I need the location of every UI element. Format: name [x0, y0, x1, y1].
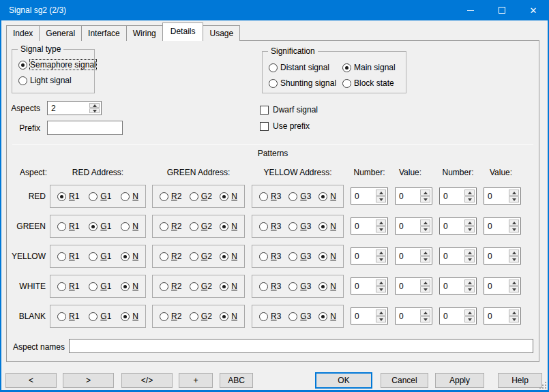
apply-button[interactable]: Apply: [435, 373, 484, 388]
spin-up-button[interactable]: [509, 280, 519, 286]
help-button[interactable]: Help: [498, 373, 542, 388]
radio-signal-type-semaphore-signal[interactable]: Semaphore signal: [18, 60, 96, 70]
spinner-blank-4[interactable]: 0: [484, 307, 521, 325]
checkbox-dwarf-signal[interactable]: Dwarf signal: [260, 105, 318, 115]
radio-green-g3-r3[interactable]: R3: [259, 222, 281, 231]
radio-signification-distant-signal[interactable]: Distant signal: [269, 63, 342, 72]
spinner-blank-3[interactable]: 0: [439, 307, 477, 325]
radio-green-g1-g1[interactable]: G1: [89, 222, 111, 231]
radio-blank-g1-n[interactable]: N: [121, 312, 138, 321]
spinner-red-3[interactable]: 0: [439, 187, 477, 205]
radio-white-g3-r3[interactable]: R3: [259, 282, 281, 291]
spin-down-button[interactable]: [509, 256, 519, 262]
spin-up-button[interactable]: [420, 190, 430, 196]
prefix-field[interactable]: [47, 121, 123, 135]
maximize-button[interactable]: [486, 0, 518, 20]
radio-blank-g3-g3[interactable]: G3: [288, 312, 311, 321]
radio-yellow-g1-n[interactable]: N: [121, 252, 138, 261]
spin-up-button[interactable]: [376, 310, 386, 316]
tab-index[interactable]: Index: [6, 25, 40, 41]
radio-yellow-g3-n[interactable]: N: [318, 252, 336, 261]
tab-interface[interactable]: Interface: [81, 25, 127, 41]
spin-up-button[interactable]: [464, 280, 475, 286]
spin-down-button[interactable]: [464, 226, 475, 232]
spin-up-button[interactable]: [464, 220, 475, 226]
spin-down-button[interactable]: [89, 108, 100, 113]
radio-red-g2-g2[interactable]: G2: [190, 192, 212, 201]
spin-up-button[interactable]: [376, 250, 386, 256]
nav-plus-button[interactable]: +: [179, 373, 213, 388]
radio-white-g3-g3[interactable]: G3: [288, 282, 311, 291]
radio-red-g3-n[interactable]: N: [318, 192, 336, 201]
spin-down-button[interactable]: [420, 226, 430, 232]
tab-wiring[interactable]: Wiring: [126, 25, 163, 41]
radio-yellow-g3-r3[interactable]: R3: [259, 252, 281, 261]
spinner-white-2[interactable]: 0: [395, 277, 432, 295]
radio-blank-g3-n[interactable]: N: [318, 312, 336, 321]
tab-usage[interactable]: Usage: [203, 25, 240, 41]
spinner-white-1[interactable]: 0: [351, 277, 388, 295]
radio-red-g3-g3[interactable]: G3: [288, 192, 311, 201]
nav-code-button[interactable]: </>: [121, 373, 173, 388]
radio-white-g1-r1[interactable]: R1: [57, 282, 79, 291]
spin-down-button[interactable]: [509, 286, 519, 292]
close-button[interactable]: ✕: [518, 0, 549, 20]
spinner-white-4[interactable]: 0: [484, 277, 521, 295]
spin-down-button[interactable]: [464, 286, 475, 292]
spinner-green-4[interactable]: 0: [484, 217, 521, 235]
radio-red-g3-r3[interactable]: R3: [259, 192, 281, 201]
spin-up-button[interactable]: [464, 310, 475, 316]
radio-signification-block-state[interactable]: Block state: [342, 78, 396, 88]
radio-blank-g1-g1[interactable]: G1: [89, 312, 111, 321]
spin-down-button[interactable]: [420, 286, 430, 292]
spinner-blank-2[interactable]: 0: [395, 307, 432, 325]
ok-button[interactable]: OK: [315, 372, 372, 389]
spin-down-button[interactable]: [509, 316, 519, 322]
spinner-white-3[interactable]: 0: [439, 277, 477, 295]
radio-green-g2-r2[interactable]: R2: [160, 222, 181, 231]
spin-down-button[interactable]: [464, 196, 475, 202]
radio-red-g1-g1[interactable]: G1: [89, 192, 111, 201]
resize-grip[interactable]: [539, 382, 546, 389]
spin-up-button[interactable]: [464, 190, 475, 196]
aspect-names-field[interactable]: [69, 339, 533, 353]
radio-blank-g2-r2[interactable]: R2: [160, 312, 181, 321]
spinner-red-1[interactable]: 0: [351, 187, 388, 205]
radio-red-g2-r2[interactable]: R2: [160, 192, 181, 201]
spin-up-button[interactable]: [420, 280, 430, 286]
spinner-green-1[interactable]: 0: [351, 217, 388, 235]
spin-up-button[interactable]: [509, 310, 519, 316]
radio-blank-g1-r1[interactable]: R1: [57, 312, 79, 321]
spin-down-button[interactable]: [464, 256, 475, 262]
radio-blank-g2-n[interactable]: N: [220, 312, 237, 321]
radio-yellow-g1-r1[interactable]: R1: [57, 252, 79, 261]
radio-white-g2-n[interactable]: N: [220, 282, 237, 291]
radio-signal-type-light-signal[interactable]: Light signal: [18, 76, 96, 85]
spinner-yellow-2[interactable]: 0: [395, 247, 432, 265]
spin-down-button[interactable]: [509, 226, 519, 232]
tab-details[interactable]: Details: [162, 22, 204, 41]
checkbox-use-prefix[interactable]: Use prefix: [260, 121, 318, 131]
spin-down-button[interactable]: [376, 226, 386, 232]
radio-white-g2-r2[interactable]: R2: [160, 282, 181, 291]
spin-down-button[interactable]: [376, 256, 386, 262]
spin-down-button[interactable]: [376, 316, 386, 322]
spin-down-button[interactable]: [376, 286, 386, 292]
spin-up-button[interactable]: [509, 190, 519, 196]
radio-yellow-g3-g3[interactable]: G3: [288, 252, 311, 261]
spin-up-button[interactable]: [509, 220, 519, 226]
spin-up-button[interactable]: [420, 250, 430, 256]
spinner-red-4[interactable]: 0: [484, 187, 521, 205]
spin-down-button[interactable]: [420, 196, 430, 202]
spin-up-button[interactable]: [376, 190, 386, 196]
tab-general[interactable]: General: [39, 25, 82, 41]
radio-signification-shunting-signal[interactable]: Shunting signal: [269, 78, 342, 88]
radio-green-g3-g3[interactable]: G3: [288, 222, 311, 231]
spinner-yellow-3[interactable]: 0: [439, 247, 477, 265]
spin-up-button[interactable]: [509, 250, 519, 256]
radio-yellow-g2-r2[interactable]: R2: [160, 252, 181, 261]
radio-white-g1-n[interactable]: N: [121, 282, 138, 291]
radio-green-g1-n[interactable]: N: [121, 222, 138, 231]
radio-red-g1-r1[interactable]: R1: [57, 192, 79, 201]
spin-up-button[interactable]: [420, 220, 430, 226]
